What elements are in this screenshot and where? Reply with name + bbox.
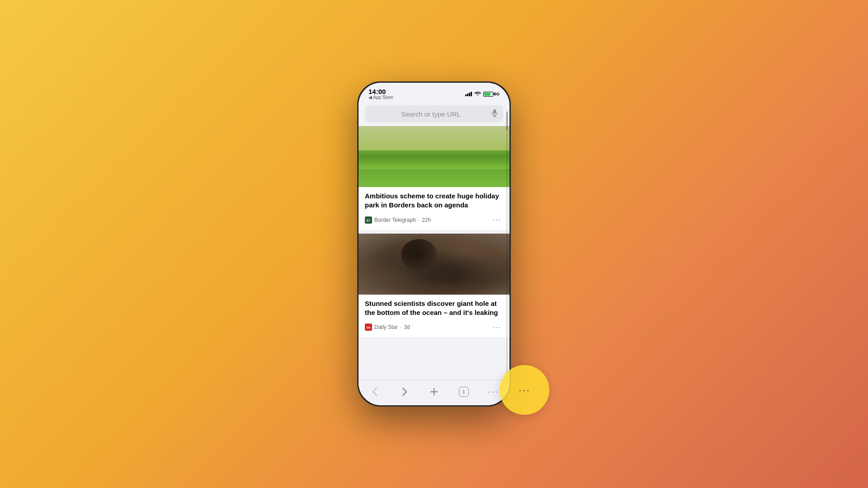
content-area: Ambitious scheme to create huge holiday … — [359, 126, 509, 380]
wifi-icon — [474, 91, 481, 98]
tabs-button[interactable]: 1 — [454, 384, 474, 400]
url-placeholder: Search or type URL — [370, 110, 491, 118]
status-time: 14:00 — [368, 88, 386, 95]
tabs-badge: 1 — [459, 387, 469, 397]
source-favicon-2: DS — [365, 324, 372, 331]
news-image-ocean — [359, 234, 509, 295]
news-title-2: Stunned scientists discover giant hole a… — [365, 299, 503, 318]
source-time-1: 22h — [422, 217, 431, 223]
source-name-1: Border Telegraph — [374, 217, 416, 223]
news-title-1: Ambitious scheme to create huge holiday … — [365, 192, 503, 210]
news-image-meadow — [359, 126, 509, 187]
highlight-circle: ··· — [500, 365, 549, 415]
add-tab-button[interactable] — [424, 384, 444, 400]
source-favicon-1: BT — [365, 216, 372, 224]
source-name-2: Daily Star — [374, 324, 398, 330]
source-sep-1: · — [418, 217, 420, 223]
phone-wrapper: 14:00 ◀ App Store — [357, 81, 511, 407]
svg-rect-0 — [493, 109, 496, 114]
signal-icon — [465, 92, 472, 96]
forward-button[interactable] — [395, 384, 415, 400]
svg-text:DS: DS — [367, 326, 370, 329]
phone-screen: 14:00 ◀ App Store — [359, 83, 509, 405]
news-source-1: BT Border Telegraph · 22h — [365, 216, 431, 224]
source-sep-2: · — [400, 324, 401, 330]
source-time-2: 3d — [404, 324, 410, 330]
status-bar: 14:00 ◀ App Store — [359, 83, 509, 103]
battery-icon: 5G — [483, 92, 500, 97]
url-bar[interactable]: Search or type URL — [365, 105, 503, 122]
more-btn-2[interactable]: ··· — [491, 321, 503, 333]
status-back[interactable]: ◀ App Store — [368, 95, 393, 100]
scroll-indicator — [506, 110, 508, 378]
mic-icon[interactable] — [491, 109, 498, 119]
more-btn-1[interactable]: ··· — [491, 214, 503, 226]
bottom-toolbar: 1 ··· — [359, 380, 509, 405]
news-card-2[interactable]: Stunned scientists discover giant hole a… — [359, 234, 509, 338]
url-bar-container: Search or type URL — [359, 103, 509, 126]
news-card-1[interactable]: Ambitious scheme to create huge holiday … — [359, 126, 509, 230]
news-source-2: DS Daily Star · 3d — [365, 324, 410, 331]
phone-frame: 14:00 ◀ App Store — [357, 81, 511, 407]
status-icons: 5G — [465, 91, 500, 98]
highlight-dots: ··· — [519, 384, 530, 396]
back-button[interactable] — [365, 384, 385, 400]
svg-text:BT: BT — [367, 219, 370, 222]
